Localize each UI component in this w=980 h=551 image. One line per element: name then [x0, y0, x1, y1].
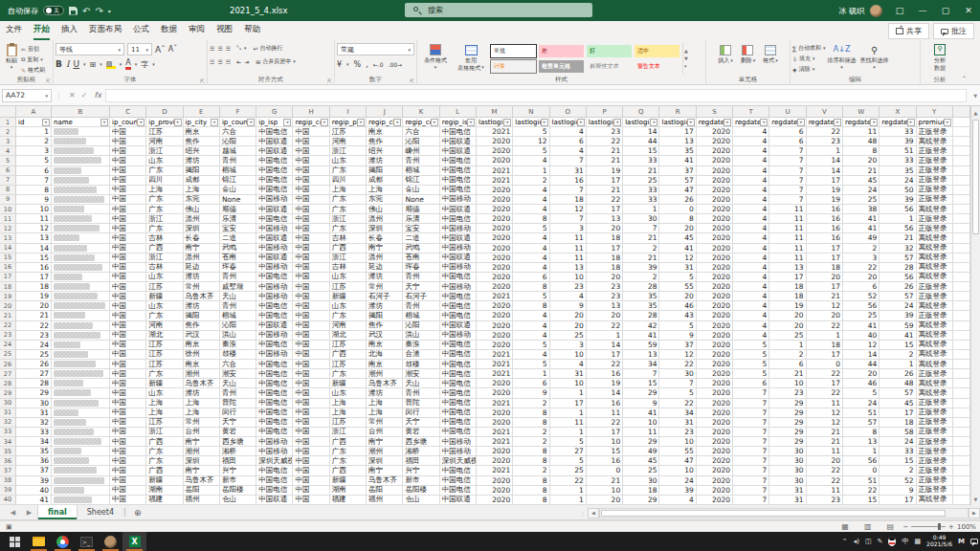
cell-number[interactable]: 4: [733, 282, 769, 292]
cell-number[interactable]: 2020: [477, 205, 513, 214]
cell-number[interactable]: 4: [733, 205, 769, 214]
cell-premium[interactable]: 离线登录: [917, 205, 953, 214]
cell-text[interactable]: 中国移动: [256, 292, 293, 301]
cell-text[interactable]: 潍坊: [184, 156, 220, 165]
cell-empty[interactable]: [953, 341, 970, 350]
cell-text[interactable]: 浙江: [330, 428, 367, 437]
cell-number[interactable]: 41: [843, 224, 880, 233]
cell-text[interactable]: 越城: [220, 146, 256, 156]
formula-input[interactable]: [105, 89, 967, 102]
cell-text[interactable]: 绍兴: [367, 146, 403, 156]
cell-number[interactable]: 6: [769, 137, 806, 146]
merge-center-button[interactable]: ⊞合并后居中▾: [256, 57, 296, 66]
comments-button[interactable]: 批注: [933, 23, 974, 39]
row-header-16[interactable]: 16: [0, 263, 16, 273]
cell-number[interactable]: 57: [659, 176, 696, 186]
cell-number[interactable]: 25: [550, 331, 587, 341]
cell-number[interactable]: 17: [807, 253, 843, 263]
cell-number[interactable]: 2020: [697, 127, 733, 137]
ribbon-tab-插入[interactable]: 插入: [56, 20, 83, 40]
cell-number[interactable]: 49: [843, 233, 880, 243]
cell-number[interactable]: 18: [807, 341, 843, 350]
cell-text[interactable]: 中国: [110, 331, 146, 341]
cell-number[interactable]: 5: [513, 127, 549, 137]
font-dialog-launcher[interactable]: ⇱: [200, 77, 205, 84]
filter-icon[interactable]: ▾: [283, 119, 291, 126]
cell-empty[interactable]: [953, 447, 970, 456]
cell-number[interactable]: 5: [659, 321, 696, 331]
cell-number[interactable]: 11: [769, 224, 806, 233]
cell-id[interactable]: 29: [16, 388, 52, 398]
cell-text[interactable]: 上海: [146, 408, 183, 418]
cell-id[interactable]: 21: [16, 311, 52, 320]
cell-number[interactable]: 13: [659, 137, 696, 146]
cell-number[interactable]: 4: [513, 195, 549, 205]
cell-text[interactable]: 新疆: [330, 292, 367, 301]
cell-number[interactable]: 1: [550, 388, 587, 398]
cell-number[interactable]: 11: [550, 244, 587, 253]
cellstyle-warning[interactable]: 警告文本: [634, 59, 680, 74]
cell-text[interactable]: 福田: [220, 456, 256, 466]
column-header-H[interactable]: H: [293, 106, 329, 118]
cell-number[interactable]: 17: [587, 205, 623, 214]
cell-number[interactable]: 18: [587, 233, 623, 243]
cell-text[interactable]: 中国: [293, 301, 329, 311]
cell-text[interactable]: 中国: [110, 244, 146, 253]
cell-text[interactable]: 广东: [146, 195, 183, 205]
cell-text[interactable]: 中国联通: [440, 233, 477, 243]
cell-number[interactable]: 18: [769, 292, 806, 301]
row-header-36[interactable]: 36: [0, 456, 16, 466]
cell-text[interactable]: 中国电信: [440, 176, 477, 186]
cell-number[interactable]: 0: [659, 205, 696, 214]
cell-text[interactable]: 闵行: [220, 408, 256, 418]
cell-text[interactable]: 珲春: [403, 263, 439, 273]
cell-text[interactable]: 青州: [220, 156, 256, 165]
field-header-Y[interactable]: premiur▾: [917, 118, 953, 127]
cell-text[interactable]: 中国: [293, 341, 329, 350]
cell-name-blurred[interactable]: [52, 282, 110, 292]
cell-number[interactable]: 11: [623, 428, 659, 437]
cell-number[interactable]: 21: [807, 428, 843, 437]
cell-number[interactable]: 8: [513, 408, 549, 418]
cell-text[interactable]: 中国移动: [256, 195, 293, 205]
cell-text[interactable]: 中国: [110, 466, 146, 475]
cell-number[interactable]: 15: [623, 146, 659, 156]
column-header-T[interactable]: T: [733, 106, 769, 118]
cell-number[interactable]: 2020: [697, 388, 733, 398]
cell-number[interactable]: 2020: [477, 263, 513, 273]
cell-number[interactable]: 2020: [697, 360, 733, 369]
cell-number[interactable]: 17: [807, 176, 843, 186]
cell-id[interactable]: 18: [16, 282, 52, 292]
cell-empty[interactable]: [953, 428, 970, 437]
cell-number[interactable]: 16: [807, 214, 843, 224]
cell-number[interactable]: 8: [513, 476, 549, 486]
cell-text[interactable]: 中国电信: [440, 341, 477, 350]
cell-number[interactable]: 5: [550, 437, 587, 447]
filter-icon[interactable]: ▾: [100, 119, 108, 126]
cell-number[interactable]: 23: [550, 282, 587, 292]
cell-number[interactable]: 22: [807, 388, 843, 398]
cell-number[interactable]: 21: [587, 476, 623, 486]
cell-text[interactable]: 中国: [293, 205, 329, 214]
cell-id[interactable]: 32: [16, 418, 52, 428]
cell-text[interactable]: 湖北: [330, 331, 367, 341]
share-button[interactable]: 共享: [888, 23, 929, 39]
cell-text[interactable]: 上海: [146, 399, 183, 408]
cell-number[interactable]: 56: [843, 456, 880, 466]
cell-empty[interactable]: [953, 418, 970, 428]
cell-name-blurred[interactable]: [52, 428, 110, 437]
cell-number[interactable]: 10: [550, 379, 587, 388]
cell-empty[interactable]: [953, 282, 970, 292]
cell-id[interactable]: 13: [16, 233, 52, 243]
row-header-25[interactable]: 25: [0, 350, 16, 360]
cell-text[interactable]: 广西: [330, 244, 367, 253]
cell-premium[interactable]: 正版登录: [917, 437, 953, 447]
cell-number[interactable]: 4: [513, 263, 549, 273]
cell-number[interactable]: 14: [587, 388, 623, 398]
cell-number[interactable]: 14: [623, 127, 659, 137]
cell-text[interactable]: 东莞: [184, 195, 220, 205]
cell-number[interactable]: 11: [550, 418, 587, 428]
cell-number[interactable]: 44: [843, 360, 880, 369]
column-header-U[interactable]: U: [769, 106, 806, 118]
cellstyle-normal[interactable]: 常规: [490, 44, 537, 58]
